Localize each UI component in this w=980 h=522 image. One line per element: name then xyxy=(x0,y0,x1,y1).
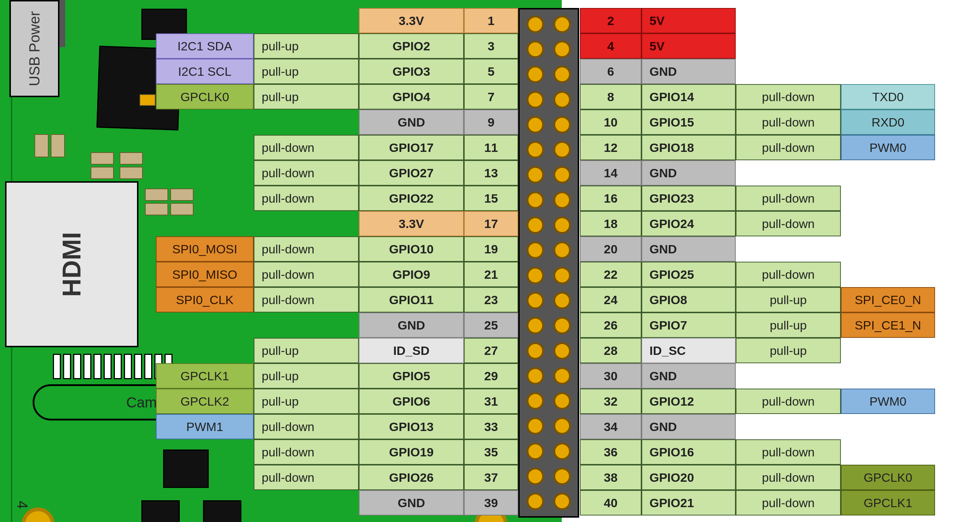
pin-name: GND xyxy=(641,236,736,262)
pin-alt xyxy=(156,338,254,363)
pin-name: ID_SC xyxy=(641,338,736,363)
pin-pull xyxy=(736,160,841,186)
pin-pull xyxy=(736,8,841,33)
pin-number: 24 xyxy=(580,287,641,312)
pin-number: 3 xyxy=(464,33,518,59)
pin-name: GPIO17 xyxy=(359,135,464,160)
pin-number: 23 xyxy=(464,287,518,312)
pin-pull: pull-down xyxy=(254,465,359,490)
pin-pull: pull-up xyxy=(254,59,359,84)
pin-alt xyxy=(156,186,254,211)
pin-name: 3.3V xyxy=(359,211,464,236)
pin-pull: pull-down xyxy=(736,439,841,465)
pin-number: 40 xyxy=(580,490,641,516)
pin-alt xyxy=(156,8,254,33)
mount-hole xyxy=(22,508,54,522)
camera-connector: Came xyxy=(33,384,174,420)
pin-pull: pull-down xyxy=(736,465,841,490)
pin-pull: pull-down xyxy=(736,490,841,516)
pin-number: 34 xyxy=(580,414,641,439)
hdmi-port: HDMI xyxy=(5,181,138,347)
pin-name: GND xyxy=(641,363,736,388)
left-alt-column: I2C1 SDAI2C1 SCLGPCLK0SPI0_MOSISPI0_MISO… xyxy=(156,8,254,516)
pin-pull: pull-down xyxy=(736,388,841,414)
pin-pull: pull-down xyxy=(736,110,841,135)
pin-alt: SPI0_CLK xyxy=(156,287,254,312)
right-name-column: 5V5VGNDGPIO14GPIO15GPIO18GNDGPIO23GPIO24… xyxy=(641,8,736,516)
pin-alt xyxy=(841,59,935,84)
pin-number: 31 xyxy=(464,388,518,414)
pin-pull: pull-up xyxy=(254,33,359,59)
pin-alt: SPI0_MISO xyxy=(156,262,254,287)
pin-name: GPIO19 xyxy=(359,439,464,465)
pin-name: 5V xyxy=(641,33,736,59)
pin-alt xyxy=(841,338,935,363)
page-number: 4 xyxy=(14,501,30,509)
pin-alt: RXD0 xyxy=(841,110,935,135)
pin-pull: pull-down xyxy=(254,287,359,312)
pin-pull: pull-up xyxy=(254,363,359,388)
pin-number: 26 xyxy=(580,312,641,338)
pin-number: 10 xyxy=(580,110,641,135)
gpio-header-pins xyxy=(522,11,576,514)
pin-number: 5 xyxy=(464,59,518,84)
pin-name: GPIO15 xyxy=(641,110,736,135)
left-name-column: 3.3VGPIO2GPIO3GPIO4GNDGPIO17GPIO27GPIO22… xyxy=(359,8,464,516)
pin-alt: GPCLK2 xyxy=(156,388,254,414)
pin-alt: I2C1 SDA xyxy=(156,33,254,59)
pin-alt xyxy=(841,363,935,388)
pin-alt: GPCLK1 xyxy=(156,363,254,388)
pin-number: 27 xyxy=(464,338,518,363)
pin-name: GPIO25 xyxy=(641,262,736,287)
pin-number: 22 xyxy=(580,262,641,287)
pin-number: 17 xyxy=(464,211,518,236)
pin-name: GPIO20 xyxy=(641,465,736,490)
pin-name: GPIO26 xyxy=(359,465,464,490)
pin-name: GND xyxy=(359,110,464,135)
pin-number: 37 xyxy=(464,465,518,490)
pin-number: 21 xyxy=(464,262,518,287)
pin-number: 15 xyxy=(464,186,518,211)
pin-pull: pull-up xyxy=(736,287,841,312)
pin-number: 38 xyxy=(580,465,641,490)
pin-alt xyxy=(841,186,935,211)
left-num-column: 13579111315171921232527293133353739 xyxy=(464,8,518,516)
pin-number: 35 xyxy=(464,439,518,465)
pin-number: 14 xyxy=(580,160,641,186)
pin-pull xyxy=(254,312,359,338)
pin-name: ID_SD xyxy=(359,338,464,363)
pin-name: GND xyxy=(359,490,464,516)
pin-number: 39 xyxy=(464,490,518,516)
pin-pull xyxy=(736,414,841,439)
pin-name: GPIO22 xyxy=(359,186,464,211)
pin-alt xyxy=(841,262,935,287)
usb-power-port: USB Power xyxy=(10,0,59,97)
pin-pull: pull-down xyxy=(736,262,841,287)
pin-pull xyxy=(254,211,359,236)
pin-alt xyxy=(156,110,254,135)
pin-pull: pull-up xyxy=(254,84,359,110)
pin-name: GPIO18 xyxy=(641,135,736,160)
pin-name: GPIO9 xyxy=(359,262,464,287)
pin-alt xyxy=(841,8,935,33)
pin-alt: GPCLK0 xyxy=(841,465,935,490)
pin-pull xyxy=(254,110,359,135)
pin-number: 32 xyxy=(580,388,641,414)
pin-pull: pull-up xyxy=(254,338,359,363)
pin-alt: GPCLK1 xyxy=(841,490,935,516)
pin-pull: pull-down xyxy=(254,135,359,160)
usb-power-label: USB Power xyxy=(27,11,43,86)
pin-name: GPIO10 xyxy=(359,236,464,262)
pin-alt xyxy=(841,211,935,236)
pin-name: GPIO8 xyxy=(641,287,736,312)
pin-name: GPIO23 xyxy=(641,186,736,211)
pin-number: 20 xyxy=(580,236,641,262)
pin-pull: pull-down xyxy=(736,135,841,160)
pin-number: 25 xyxy=(464,312,518,338)
pin-number: 18 xyxy=(580,211,641,236)
pin-alt xyxy=(156,135,254,160)
pin-name: GPIO24 xyxy=(641,211,736,236)
pin-number: 33 xyxy=(464,414,518,439)
right-num-column: 246810121416182022242628303234363840 xyxy=(580,8,641,516)
pin-number: 19 xyxy=(464,236,518,262)
